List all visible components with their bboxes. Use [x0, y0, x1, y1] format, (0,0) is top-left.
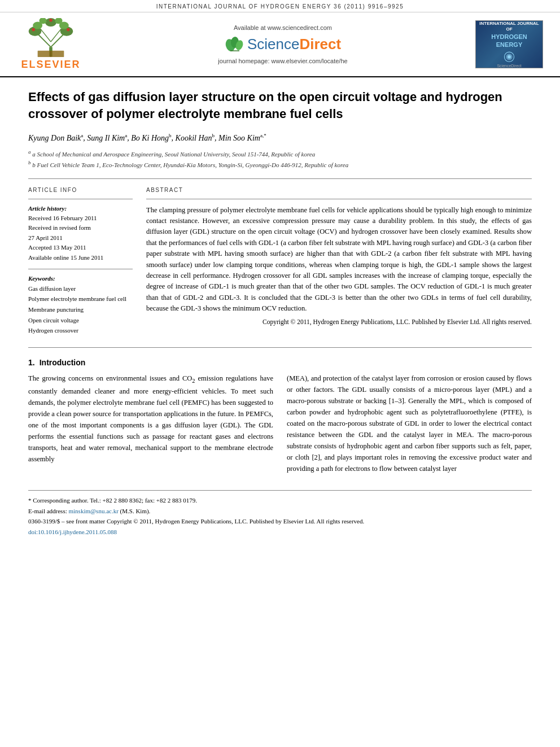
divider-body: [28, 347, 532, 348]
issn-line: 0360-3199/$ – see front matter Copyright…: [28, 516, 532, 527]
svg-line-1: [38, 34, 51, 47]
author-hong: Bo Ki Hong: [131, 134, 169, 142]
svg-point-13: [67, 28, 70, 32]
email-line: E-mail address: minskim@snu.ac.kr (M.S. …: [28, 506, 532, 517]
sciencedirect-logo: ScienceDirect: [90, 34, 475, 54]
keyword-2: Polymer electrolyte membrane fuel cell: [28, 294, 133, 304]
divider-abstract: [146, 199, 532, 199]
sciencedirect-url: Available at www.sciencedirect.com: [90, 24, 475, 31]
cover-publisher: ScienceDirect: [497, 64, 521, 68]
article-info-label: ARTICLE INFO: [28, 187, 133, 193]
article-title: Effects of gas diffusion layer structure…: [28, 89, 532, 122]
abstract-column: ABSTRACT The clamping pressure of polyme…: [146, 187, 532, 336]
cover-graphic: [487, 51, 532, 63]
keyword-4: Open circuit voltage: [28, 315, 133, 326]
corresponding-author: * Corresponding author. Tel.: +82 2 880 …: [28, 495, 532, 506]
affiliation-b: b b Fuel Cell Vehicle Team 1, Eco-Techno…: [28, 159, 532, 169]
sd-leaves-icon: [225, 34, 245, 54]
svg-line-4: [51, 29, 62, 42]
section-number: 1.: [28, 358, 35, 367]
abstract-label: ABSTRACT: [146, 187, 532, 193]
authors-line: Kyung Don Baika, Sung Il Kima, Bo Ki Hon…: [28, 132, 532, 144]
footnotes-section: * Corresponding author. Tel.: +82 2 880 …: [28, 490, 532, 538]
doi-line: doi:10.1016/j.ijhydene.2011.05.088: [28, 527, 532, 538]
section-1: 1. Introduction The growing concerns on …: [28, 358, 532, 479]
cover-title: International Journal of HYDROGENENERGY: [476, 21, 542, 49]
affiliation-a: a a School of Mechanical and Aerospace E…: [28, 148, 532, 159]
sciencedirect-area: Available at www.sciencedirect.com Scien…: [90, 24, 475, 64]
keyword-1: Gas diffusion layer: [28, 283, 133, 294]
keywords-label: Keywords:: [28, 275, 133, 282]
masthead: ELSEVIER Available at www.sciencedirect.…: [0, 12, 560, 77]
affiliations: a a School of Mechanical and Aerospace E…: [28, 148, 532, 169]
divider-1: [28, 178, 532, 179]
author-baik: Kyung Don Baik: [28, 134, 81, 142]
available-date: Available online 15 June 2011: [28, 253, 133, 263]
accepted-date: Accepted 13 May 2011: [28, 243, 133, 253]
body-col-left: The growing concerns on environmental is…: [28, 373, 273, 479]
abstract-text: The clamping pressure of polymer electro…: [146, 205, 532, 314]
journal-homepage: journal homepage: www.elsevier.com/locat…: [90, 58, 475, 64]
intro-text-right: (MEA), and protection of the catalyst la…: [287, 373, 532, 474]
svg-point-23: [508, 55, 511, 58]
received-revised-date: Received in revised form27 April 2011: [28, 223, 133, 243]
body-col-right: (MEA), and protection of the catalyst la…: [287, 373, 532, 479]
history-label: Article history:: [28, 205, 133, 212]
elsevier-tree-icon: [20, 18, 82, 58]
intro-text-left: The growing concerns on environmental is…: [28, 373, 273, 465]
info-abstract-section: ARTICLE INFO Article history: Received 1…: [28, 187, 532, 336]
author-kim-si: Sung Il Kim: [87, 134, 125, 142]
elsevier-logo-area: ELSEVIER: [11, 18, 90, 71]
journal-cover-area: International Journal of HYDROGENENERGY …: [475, 20, 549, 68]
author-email[interactable]: minskim@snu.ac.kr: [68, 508, 118, 514]
svg-point-14: [49, 19, 53, 22]
article-history: Article history: Received 16 February 20…: [28, 205, 133, 263]
journal-cover-image: International Journal of HYDROGENENERGY …: [475, 20, 543, 68]
body-two-col: The growing concerns on environmental is…: [28, 373, 532, 479]
article-info-column: ARTICLE INFO Article history: Received 1…: [28, 187, 133, 336]
divider-keywords: [28, 269, 133, 269]
svg-point-12: [32, 28, 35, 32]
section-title: Introduction: [40, 358, 86, 367]
svg-line-2: [51, 34, 64, 47]
elsevier-text: ELSEVIER: [21, 59, 80, 71]
article-content: Effects of gas diffusion layer structure…: [0, 77, 560, 549]
section-1-heading: 1. Introduction: [28, 358, 532, 367]
doi-link[interactable]: doi:10.1016/j.ijhydene.2011.05.088: [28, 528, 117, 535]
sciencedirect-name: ScienceDirect: [247, 36, 341, 53]
keyword-5: Hydrogen crossover: [28, 325, 133, 336]
author-han: Kookil Han: [176, 134, 212, 142]
divider-info: [28, 199, 133, 199]
received-date: Received 16 February 2011: [28, 213, 133, 224]
author-kim-ms: Min Soo Kim: [218, 134, 260, 142]
keywords-section: Keywords: Gas diffusion layer Polymer el…: [28, 275, 133, 336]
copyright-text: Copyright © 2011, Hydrogen Energy Public…: [146, 317, 532, 327]
journal-header: INTERNATIONAL JOURNAL OF HYDROGEN ENERGY…: [0, 0, 560, 12]
svg-line-3: [40, 29, 51, 42]
keyword-3: Membrane puncturing: [28, 304, 133, 315]
